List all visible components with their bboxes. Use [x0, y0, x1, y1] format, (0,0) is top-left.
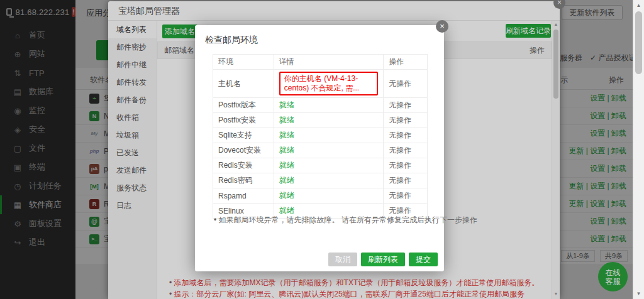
cancel-button[interactable]: 取消 [328, 253, 357, 266]
scroll-up-icon[interactable]: ▲ [633, 3, 644, 8]
detail-header: 详情 [274, 55, 383, 70]
status-badge: 就绪 [279, 176, 294, 185]
scrollbar-thumb[interactable] [635, 11, 642, 74]
table-row: Rspamd就绪无操作 [213, 188, 428, 204]
screen: 81.68.222.231 ! ⌂首页 ⊕网站 ⇅FTP ▤数据库 ◉监控 ◈安… [0, 0, 644, 299]
check-env-footer: 取消 刷新列表 提交 [328, 253, 438, 266]
env-check-note: 如果邮局环境异常，请先排除故障。 请在所有异常修复完成后执行下一步操作 [214, 215, 477, 226]
status-badge: 就绪 [279, 161, 294, 170]
table-row: Sqlite支持就绪无操作 [213, 128, 428, 143]
status-badge: 就绪 [279, 206, 294, 215]
submit-button[interactable]: 提交 [409, 253, 438, 266]
status-badge: 就绪 [279, 191, 294, 200]
table-row: Dovecot安装就绪无操作 [213, 143, 428, 158]
status-badge: 就绪 [279, 131, 294, 139]
env-check-table: 环境 详情 操作 主机名 你的主机名 (VM-4-13-centos) 不合规定… [213, 54, 428, 219]
browser-scrollbar[interactable]: ▲ ▼ [633, 0, 644, 299]
close-icon[interactable]: × [436, 20, 448, 33]
status-badge: 就绪 [279, 146, 294, 155]
op-header: 操作 [384, 55, 428, 70]
refresh-list-button[interactable]: 刷新列表 [361, 253, 405, 266]
status-badge: 就绪 [279, 101, 294, 109]
hostname-warning: 你的主机名 (VM-4-13-centos) 不合规定, 需... [279, 72, 378, 95]
check-env-modal: 检查邮局环境 × 环境 详情 操作 主机名 你的主机名 (VM-4-13-cen… [195, 25, 444, 271]
table-row: Redis密码就绪无操作 [213, 173, 428, 188]
table-row: 主机名 你的主机名 (VM-4-13-centos) 不合规定, 需... 无操… [213, 70, 428, 98]
check-env-title: 检查邮局环境 [195, 25, 444, 46]
table-row: Postfix版本就绪无操作 [213, 98, 428, 113]
env-header: 环境 [213, 55, 274, 70]
table-row: Postfix安装就绪无操作 [213, 113, 428, 128]
status-badge: 就绪 [279, 116, 294, 124]
table-row: Redis安装就绪无操作 [213, 158, 428, 173]
scroll-down-icon[interactable]: ▼ [633, 291, 644, 296]
